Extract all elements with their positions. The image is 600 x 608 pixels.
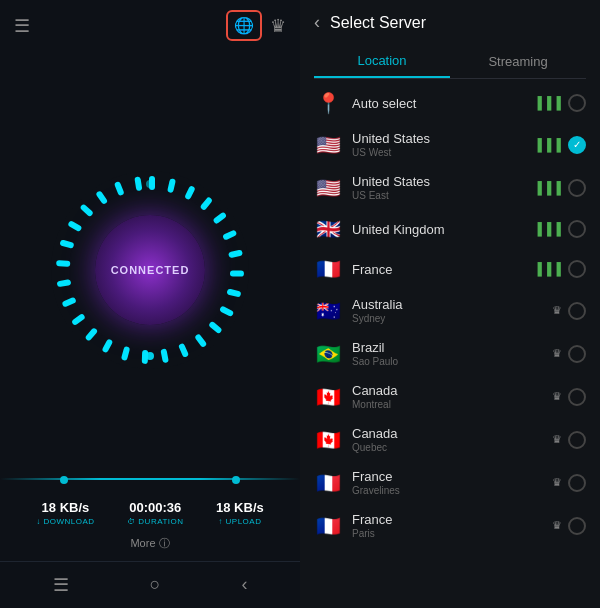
flag-icon: 🇫🇷 bbox=[314, 257, 342, 281]
server-right-controls: ▐▐▐ bbox=[533, 136, 586, 154]
flag-icon: 🇺🇸 bbox=[314, 176, 342, 200]
nav-menu-icon[interactable]: ☰ bbox=[53, 574, 69, 596]
premium-crown-icon: ♛ bbox=[552, 519, 562, 532]
tab-location[interactable]: Location bbox=[314, 45, 450, 78]
duration-value: 00:00:36 bbox=[129, 500, 181, 515]
radio-unselected[interactable] bbox=[568, 94, 586, 112]
duration-label: ⏱ DURATION bbox=[127, 517, 183, 526]
server-right-controls: ▐▐▐ bbox=[533, 260, 586, 278]
ring-outer: CONNECTED bbox=[50, 170, 250, 370]
tab-streaming[interactable]: Streaming bbox=[450, 45, 586, 78]
server-name: United Kingdom bbox=[352, 222, 523, 237]
divider-line bbox=[0, 478, 300, 480]
premium-crown-icon: ♛ bbox=[552, 304, 562, 317]
signal-bars-icon: ▐▐▐ bbox=[533, 138, 562, 152]
server-name: Canada bbox=[352, 426, 542, 441]
server-item[interactable]: 🇫🇷France▐▐▐ bbox=[300, 249, 600, 289]
crown-icon: ♛ bbox=[270, 15, 286, 37]
server-name: Canada bbox=[352, 383, 542, 398]
header-icons: 🌐 ♛ bbox=[226, 10, 286, 41]
server-item[interactable]: 🇨🇦CanadaQuebec♛ bbox=[300, 418, 600, 461]
server-right-controls: ▐▐▐ bbox=[533, 94, 586, 112]
server-info: United Kingdom bbox=[352, 222, 523, 237]
radio-unselected[interactable] bbox=[568, 345, 586, 363]
flag-icon: 🇦🇺 bbox=[314, 299, 342, 323]
server-sublabel: Gravelines bbox=[352, 485, 542, 496]
premium-crown-icon: ♛ bbox=[552, 390, 562, 403]
server-sublabel: Sydney bbox=[352, 313, 542, 324]
left-header: ☰ 🌐 ♛ bbox=[0, 0, 300, 51]
stats-row: 18 KB/s ↓ DOWNLOAD 00:00:36 ⏱ DURATION 1… bbox=[0, 490, 300, 536]
radio-unselected[interactable] bbox=[568, 302, 586, 320]
server-item[interactable]: 🇦🇺AustraliaSydney♛ bbox=[300, 289, 600, 332]
left-panel: ☰ 🌐 ♛ bbox=[0, 0, 300, 608]
globe-icon: 🌐 bbox=[234, 16, 254, 35]
server-info: FranceGravelines bbox=[352, 469, 542, 496]
hamburger-icon[interactable]: ☰ bbox=[14, 15, 30, 37]
svg-rect-8 bbox=[230, 270, 244, 276]
premium-crown-icon: ♛ bbox=[552, 433, 562, 446]
server-info: CanadaQuebec bbox=[352, 426, 542, 453]
inner-circle[interactable]: CONNECTED bbox=[95, 215, 205, 325]
radio-unselected[interactable] bbox=[568, 474, 586, 492]
back-button[interactable]: ‹ bbox=[314, 12, 320, 33]
radio-selected[interactable] bbox=[568, 136, 586, 154]
server-info: France bbox=[352, 262, 523, 277]
server-sublabel: Sao Paulo bbox=[352, 356, 542, 367]
radio-unselected[interactable] bbox=[568, 388, 586, 406]
radio-unselected[interactable] bbox=[568, 179, 586, 197]
signal-bars-icon: ▐▐▐ bbox=[533, 181, 562, 195]
server-item[interactable]: 📍Auto select▐▐▐ bbox=[300, 83, 600, 123]
flag-icon: 🇨🇦 bbox=[314, 385, 342, 409]
server-sublabel: US West bbox=[352, 147, 523, 158]
server-right-controls: ♛ bbox=[552, 517, 586, 535]
globe-button[interactable]: 🌐 bbox=[226, 10, 262, 41]
left-nav: ☰ ○ ‹ bbox=[0, 561, 300, 608]
server-info: Auto select bbox=[352, 96, 523, 111]
signal-bars-icon: ▐▐▐ bbox=[533, 262, 562, 276]
flag-icon: 📍 bbox=[314, 91, 342, 115]
server-name: Brazil bbox=[352, 340, 542, 355]
svg-point-29 bbox=[146, 352, 154, 360]
upload-value: 18 KB/s bbox=[216, 500, 264, 515]
server-name: France bbox=[352, 512, 542, 527]
tabs-row: Location Streaming bbox=[314, 45, 586, 79]
server-sublabel: Montreal bbox=[352, 399, 542, 410]
signal-bars-icon: ▐▐▐ bbox=[533, 222, 562, 236]
upload-stat: 18 KB/s ↑ UPLOAD bbox=[216, 500, 264, 526]
server-info: AustraliaSydney bbox=[352, 297, 542, 324]
upload-label: ↑ UPLOAD bbox=[218, 517, 261, 526]
server-sublabel: Quebec bbox=[352, 442, 542, 453]
server-name: United States bbox=[352, 174, 523, 189]
server-item[interactable]: 🇺🇸United StatesUS West▐▐▐ bbox=[300, 123, 600, 166]
server-item[interactable]: 🇧🇷BrazilSao Paulo♛ bbox=[300, 332, 600, 375]
download-value: 18 KB/s bbox=[42, 500, 90, 515]
server-right-controls: ♛ bbox=[552, 345, 586, 363]
server-right-controls: ▐▐▐ bbox=[533, 220, 586, 238]
server-item[interactable]: 🇫🇷FranceParis♛ bbox=[300, 504, 600, 547]
nav-home-icon[interactable]: ○ bbox=[150, 574, 161, 596]
flag-icon: 🇫🇷 bbox=[314, 514, 342, 538]
server-item[interactable]: 🇨🇦CanadaMontreal♛ bbox=[300, 375, 600, 418]
panel-title: Select Server bbox=[330, 14, 426, 32]
radio-unselected[interactable] bbox=[568, 517, 586, 535]
server-name: France bbox=[352, 262, 523, 277]
flag-icon: 🇬🇧 bbox=[314, 217, 342, 241]
server-right-controls: ♛ bbox=[552, 474, 586, 492]
server-info: United StatesUS East bbox=[352, 174, 523, 201]
radio-unselected[interactable] bbox=[568, 431, 586, 449]
server-item[interactable]: 🇺🇸United StatesUS East▐▐▐ bbox=[300, 166, 600, 209]
server-info: FranceParis bbox=[352, 512, 542, 539]
radio-unselected[interactable] bbox=[568, 260, 586, 278]
server-item[interactable]: 🇬🇧United Kingdom▐▐▐ bbox=[300, 209, 600, 249]
radio-unselected[interactable] bbox=[568, 220, 586, 238]
server-sublabel: Paris bbox=[352, 528, 542, 539]
svg-rect-22 bbox=[56, 260, 70, 267]
server-name: France bbox=[352, 469, 542, 484]
svg-point-30 bbox=[146, 180, 154, 188]
nav-back-icon[interactable]: ‹ bbox=[241, 574, 247, 596]
server-item[interactable]: 🇫🇷FranceGravelines♛ bbox=[300, 461, 600, 504]
duration-stat: 00:00:36 ⏱ DURATION bbox=[127, 500, 183, 526]
more-button[interactable]: More ⓘ bbox=[130, 536, 169, 551]
premium-crown-icon: ♛ bbox=[552, 476, 562, 489]
